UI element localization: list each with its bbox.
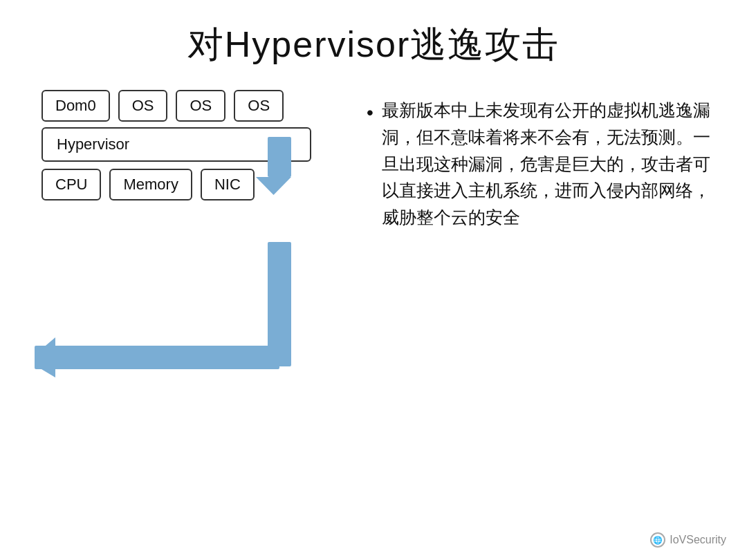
- os-box-2: OS: [176, 90, 225, 122]
- os-row: Dom0 OS OS OS: [42, 90, 339, 122]
- bullet-text: 最新版本中上未发现有公开的虚拟机逃逸漏洞，但不意味着将来不会有，无法预测。一旦出…: [382, 97, 712, 231]
- memory-box: Memory: [109, 169, 192, 200]
- os-box-3: OS: [234, 90, 284, 122]
- slide: 对Hypervisor逃逸攻击 Dom0 OS OS OS Hypervisor…: [0, 0, 747, 560]
- watermark-icon: 🌐: [650, 532, 665, 548]
- svg-rect-5: [35, 346, 279, 369]
- watermark-text: IoVSecurity: [670, 534, 726, 546]
- text-panel: • 最新版本中上未发现有公开的虚拟机逃逸漏洞，但不意味着将来不会有，无法预测。一…: [360, 90, 712, 231]
- svg-marker-6: [35, 337, 55, 377]
- slide-title: 对Hypervisor逃逸攻击: [35, 21, 712, 69]
- hardware-row: CPU Memory NIC: [42, 169, 339, 200]
- hypervisor-label: Hypervisor: [57, 136, 129, 153]
- svg-rect-4: [268, 242, 291, 366]
- watermark: 🌐 IoVSecurity: [650, 532, 726, 548]
- os-box-1: OS: [118, 90, 168, 122]
- diagram: Dom0 OS OS OS Hypervisor CPU Memory NIC: [35, 90, 339, 436]
- bullet-dot: •: [367, 98, 374, 127]
- dom0-box: Dom0: [42, 90, 110, 122]
- nic-box: NIC: [201, 169, 255, 200]
- hypervisor-box: Hypervisor: [42, 127, 311, 162]
- content-area: Dom0 OS OS OS Hypervisor CPU Memory NIC: [35, 90, 712, 436]
- cpu-box: CPU: [42, 169, 101, 200]
- bullet-item: • 最新版本中上未发现有公开的虚拟机逃逸漏洞，但不意味着将来不会有，无法预测。一…: [367, 97, 712, 231]
